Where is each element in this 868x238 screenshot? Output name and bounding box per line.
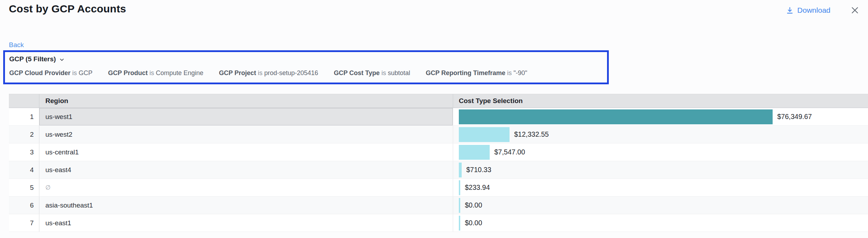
table-row: 7us-east1$0.00: [9, 214, 868, 232]
filter-operator: is: [380, 69, 388, 76]
close-button[interactable]: [849, 4, 861, 16]
cost-report-dialog: Cost by GCP Accounts Download Back GCP (…: [0, 0, 868, 238]
cost-value-label: $7,547.00: [494, 148, 525, 156]
cost-bar[interactable]: [459, 163, 462, 177]
filter-conditions: GCP Cloud Provider is GCPGCP Product is …: [9, 69, 602, 77]
filter-value: Compute Engine: [156, 69, 203, 76]
cost-bar[interactable]: [459, 216, 460, 231]
cost-column-header[interactable]: Cost Type Selection: [453, 94, 868, 108]
filter-panel: GCP (5 Filters) GCP Cloud Provider is GC…: [3, 50, 609, 84]
region-column-header[interactable]: Region: [39, 94, 453, 108]
filter-condition[interactable]: GCP Reporting Timeframe is "-90": [426, 69, 527, 77]
filter-field-name: GCP Cost Type: [334, 69, 379, 76]
row-number: 2: [9, 126, 39, 143]
region-cell[interactable]: us-west1: [39, 108, 453, 125]
row-number: 6: [9, 197, 39, 214]
filter-condition[interactable]: GCP Product is Compute Engine: [108, 69, 204, 77]
region-cell[interactable]: us-east4: [39, 161, 453, 178]
cost-cell: $0.00: [453, 197, 868, 214]
close-x-icon: [850, 6, 859, 15]
row-number: 4: [9, 161, 39, 178]
download-arrow-icon: [786, 6, 794, 15]
table-row: 4us-east4$710.33: [9, 161, 868, 179]
row-number-column-header: [9, 94, 39, 108]
filter-summary-label: GCP (5 Filters): [9, 55, 56, 63]
filter-value: "-90": [513, 69, 527, 76]
cost-cell: $7,547.00: [453, 143, 868, 161]
filter-field-name: GCP Product: [108, 69, 148, 76]
download-label: Download: [797, 6, 830, 15]
cost-bar[interactable]: [459, 145, 490, 160]
row-number: 3: [9, 143, 39, 161]
cost-cell: $76,349.67: [453, 108, 868, 125]
page-title: Cost by GCP Accounts: [9, 3, 126, 15]
region-cell[interactable]: us-central1: [39, 143, 453, 161]
filter-value: GCP: [79, 69, 93, 76]
table-row: 3us-central1$7,547.00: [9, 143, 868, 161]
filter-field-name: GCP Cloud Provider: [9, 69, 71, 76]
row-number: 7: [9, 214, 39, 232]
table-body: 1us-west1$76,349.672us-west2$12,332.553u…: [9, 108, 868, 232]
table-row: 5∅$233.94: [9, 179, 868, 197]
filter-operator: is: [505, 69, 513, 76]
filter-condition[interactable]: GCP Project is prod-setup-205416: [219, 69, 318, 77]
cost-cell: $710.33: [453, 161, 868, 178]
filter-value: prod-setup-205416: [264, 69, 318, 76]
table-row: 1us-west1$76,349.67: [9, 108, 868, 126]
cost-value-label: $233.94: [465, 183, 490, 192]
filter-condition[interactable]: GCP Cost Type is subtotal: [334, 69, 410, 77]
filter-summary-toggle[interactable]: GCP (5 Filters): [9, 55, 65, 64]
row-number: 5: [9, 179, 39, 196]
cost-cell: $12,332.55: [453, 126, 868, 143]
filter-operator: is: [148, 69, 156, 76]
chevron-down-icon: [59, 56, 65, 62]
cost-bar[interactable]: [459, 127, 510, 142]
cost-value-label: $0.00: [465, 201, 482, 209]
region-cell[interactable]: ∅: [39, 179, 453, 196]
filter-field-name: GCP Project: [219, 69, 256, 76]
header-actions: Download: [786, 4, 861, 16]
filter-value: subtotal: [388, 69, 410, 76]
back-link[interactable]: Back: [9, 41, 24, 49]
cost-value-label: $12,332.55: [514, 130, 549, 138]
cost-bar[interactable]: [459, 109, 773, 124]
table-header-row: Region Cost Type Selection: [9, 94, 868, 108]
filter-operator: is: [256, 69, 264, 76]
cost-value-label: $0.00: [465, 219, 482, 227]
row-number: 1: [9, 108, 39, 125]
cost-cell: $0.00: [453, 214, 868, 232]
cost-bar[interactable]: [459, 198, 460, 213]
region-cell[interactable]: us-west2: [39, 126, 453, 143]
table-row: 2us-west2$12,332.55: [9, 126, 868, 143]
region-cell[interactable]: asia-southeast1: [39, 197, 453, 214]
filter-field-name: GCP Reporting Timeframe: [426, 69, 505, 76]
cost-bar[interactable]: [459, 180, 460, 195]
region-cell[interactable]: us-east1: [39, 214, 453, 232]
table-row: 6asia-southeast1$0.00: [9, 197, 868, 214]
filter-operator: is: [71, 69, 79, 76]
cost-value-label: $76,349.67: [777, 113, 812, 121]
download-button[interactable]: Download: [786, 6, 830, 15]
cost-value-label: $710.33: [466, 166, 491, 174]
cost-by-region-table: Region Cost Type Selection 1us-west1$76,…: [9, 94, 868, 232]
cost-cell: $233.94: [453, 179, 868, 196]
filter-condition[interactable]: GCP Cloud Provider is GCP: [9, 69, 93, 77]
